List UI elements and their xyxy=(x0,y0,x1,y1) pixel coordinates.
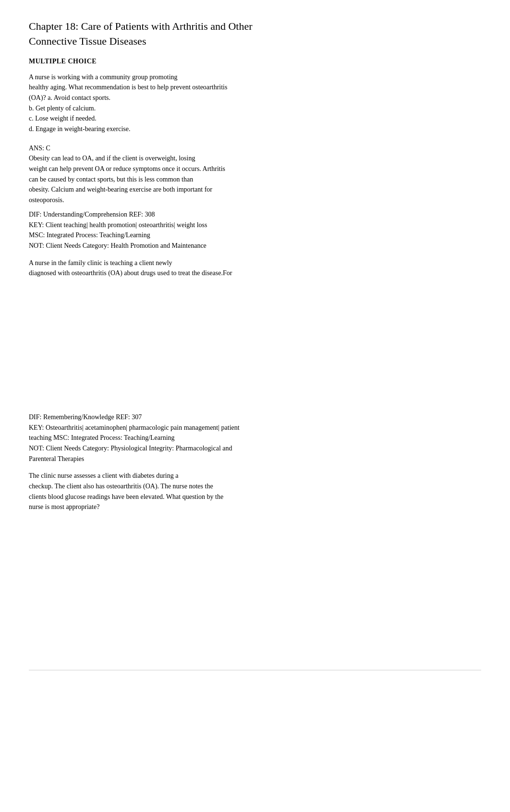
question-1-text: A nurse is working with a community grou… xyxy=(29,72,481,134)
dif-2-block: DIF: Remembering/Knowledge REF: 307 KEY:… xyxy=(29,412,481,464)
dif-1-dif: DIF: Understanding/Comprehension REF: 30… xyxy=(29,209,481,220)
spacer-1 xyxy=(29,287,481,412)
dif-1-key: KEY: Client teaching| health promotion| … xyxy=(29,220,481,230)
dif-2-msc: teaching MSC: Integrated Process: Teachi… xyxy=(29,433,481,443)
dif-2-dif: DIF: Remembering/Knowledge REF: 307 xyxy=(29,412,481,423)
answer-1-label: ANS: C xyxy=(29,143,481,154)
question-3-block: The clinic nurse assesses a client with … xyxy=(29,471,481,512)
question-3-text: The clinic nurse assesses a client with … xyxy=(29,471,481,512)
page-container: Chapter 18: Care of Patients with Arthri… xyxy=(29,19,481,670)
answer-1-text: Obesity can lead to OA, and if the clien… xyxy=(29,153,481,205)
title-line1: Chapter 18: Care of Patients with Arthri… xyxy=(29,20,253,32)
page-divider xyxy=(29,670,481,670)
question-2-text: A nurse in the family clinic is teaching… xyxy=(29,258,481,279)
dif-2-not: NOT: Client Needs Category: Physiologica… xyxy=(29,443,481,454)
dif-1-not: NOT: Client Needs Category: Health Promo… xyxy=(29,241,481,251)
question-2-block: A nurse in the family clinic is teaching… xyxy=(29,258,481,279)
spacer-2 xyxy=(29,521,481,655)
chapter-title: Chapter 18: Care of Patients with Arthri… xyxy=(29,19,481,49)
dif-2-key: KEY: Osteoarthritis| acetaminophen| phar… xyxy=(29,423,481,433)
title-line2: Connective Tissue Diseases xyxy=(29,35,146,47)
question-1-block: A nurse is working with a community grou… xyxy=(29,72,481,134)
dif-1-block: DIF: Understanding/Comprehension REF: 30… xyxy=(29,209,481,251)
dif-1-msc: MSC: Integrated Process: Teaching/Learni… xyxy=(29,230,481,241)
answer-1-block: ANS: C Obesity can lead to OA, and if th… xyxy=(29,143,481,206)
dif-2-extra: Parenteral Therapies xyxy=(29,454,481,464)
section-header: MULTIPLE CHOICE xyxy=(29,58,481,65)
